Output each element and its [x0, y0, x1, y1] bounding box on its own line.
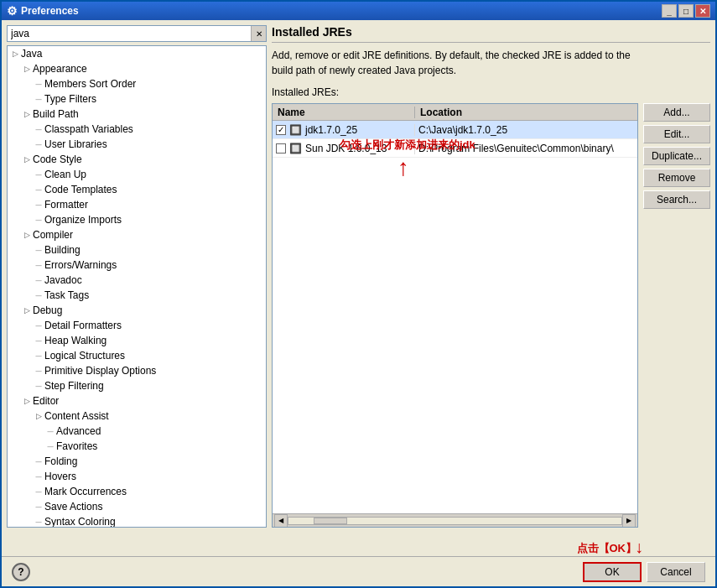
tree-node-label: Classpath Variables — [44, 123, 133, 135]
tree-expander[interactable]: ─ — [44, 440, 56, 452]
tree-expander[interactable]: ▷ — [9, 48, 21, 60]
tree-expander[interactable]: ─ — [33, 365, 44, 377]
tree-expander[interactable]: ─ — [33, 244, 44, 256]
remove-button[interactable]: Remove — [643, 169, 710, 187]
column-name: Name — [273, 107, 415, 118]
tree-expander[interactable]: ─ — [33, 169, 44, 180]
tree-node-formatter[interactable]: ─Formatter — [8, 197, 266, 212]
maximize-button[interactable]: □ — [678, 4, 694, 18]
tree-expander[interactable]: ─ — [33, 123, 44, 135]
jre-checkbox[interactable] — [276, 143, 286, 154]
tree-expander[interactable]: ─ — [33, 184, 44, 195]
edit-button[interactable]: Edit... — [643, 125, 710, 143]
tree-node-java[interactable]: ▷Java — [8, 46, 266, 61]
tree-expander[interactable]: ─ — [33, 455, 44, 467]
tree-node-debug[interactable]: ▷Debug — [8, 303, 266, 318]
close-button[interactable]: ✕ — [695, 4, 710, 18]
horizontal-scrollbar[interactable]: ◀ ▶ — [273, 513, 637, 527]
scroll-thumb[interactable] — [314, 518, 347, 524]
tree-expander[interactable]: ─ — [33, 350, 44, 362]
tree-node-label: Save Actions — [44, 501, 102, 513]
tree-expander[interactable]: ─ — [33, 78, 44, 90]
jre-action-buttons: Add... Edit... Duplicate... Remove Searc… — [643, 103, 710, 528]
tree-node-organize-imports[interactable]: ─Organize Imports — [8, 212, 266, 227]
tree-node-compiler[interactable]: ▷Compiler — [8, 227, 266, 242]
tree-expander[interactable]: ─ — [33, 380, 44, 392]
table-row[interactable]: 🔲 Sun JDK 1.6.0_13 D:\Program Files\Genu… — [273, 139, 637, 158]
tree-node-primitive-display-options[interactable]: ─Primitive Display Options — [8, 363, 266, 378]
ok-button[interactable]: OK — [583, 562, 642, 582]
tree-expander[interactable]: ─ — [33, 289, 44, 301]
tree-expander[interactable]: ─ — [33, 335, 44, 346]
tree-node-label: Debug — [33, 304, 62, 316]
tree-expander[interactable]: ▷ — [21, 108, 33, 120]
bottom-bar: 点击【OK】 ↓ ? OK Cancel — [2, 533, 715, 586]
tree-node-logical-structures[interactable]: ─Logical Structures — [8, 348, 266, 363]
add-button[interactable]: Add... — [643, 103, 710, 122]
tree-expander[interactable]: ─ — [44, 425, 56, 437]
tree-node-label: Folding — [44, 455, 77, 467]
tree-node-favorites[interactable]: ─Favorites — [8, 439, 266, 454]
tree-node-members-sort-order[interactable]: ─Members Sort Order — [8, 76, 266, 91]
tree-expander[interactable]: ─ — [33, 199, 44, 211]
minimize-button[interactable]: _ — [662, 4, 677, 18]
tree-node-advanced[interactable]: ─Advanced — [8, 424, 266, 439]
tree-expander[interactable]: ─ — [33, 516, 44, 528]
search-button[interactable]: Search... — [643, 190, 710, 209]
tree-expander[interactable]: ─ — [33, 274, 44, 286]
scroll-right-button[interactable]: ▶ — [622, 514, 636, 528]
tree-expander[interactable]: ▷ — [21, 229, 33, 241]
tree-node-detail-formatters[interactable]: ─Detail Formatters — [8, 318, 266, 333]
table-body: 🔲 jdk1.7.0_25 C:\Java\jdk1.7.0_25 🔲 — [273, 121, 637, 513]
tree-expander[interactable]: ─ — [33, 501, 44, 513]
tree-node-errors-warnings[interactable]: ─Errors/Warnings — [8, 258, 266, 273]
tree-node-mark-occurrences[interactable]: ─Mark Occurrences — [8, 484, 266, 499]
panel-title: Installed JREs — [272, 25, 710, 43]
tree-node-build-path[interactable]: ▷Build Path — [8, 107, 266, 122]
tree-expander[interactable]: ─ — [33, 486, 44, 497]
tree-expander[interactable]: ▷ — [33, 410, 44, 422]
tree-node-building[interactable]: ─Building — [8, 242, 266, 258]
tree-expander[interactable]: ▷ — [21, 304, 33, 316]
tree-expander[interactable]: ─ — [33, 93, 44, 105]
tree-node-content-assist[interactable]: ▷Content Assist — [8, 408, 266, 424]
row-location-cell: C:\Java\jdk1.7.0_25 — [415, 124, 637, 136]
tree-node-folding[interactable]: ─Folding — [8, 454, 266, 469]
tree-node-classpath-variables[interactable]: ─Classpath Variables — [8, 122, 266, 137]
tree-node-appearance[interactable]: ▷Appearance — [8, 61, 266, 76]
tree-node-editor[interactable]: ▷Editor — [8, 393, 266, 408]
tree-node-clean-up[interactable]: ─Clean Up — [8, 167, 266, 182]
duplicate-button[interactable]: Duplicate... — [643, 147, 710, 165]
tree-node-type-filters[interactable]: ─Type Filters — [8, 91, 266, 107]
tree-expander[interactable]: ▷ — [21, 395, 33, 407]
tree-node-heap-walking[interactable]: ─Heap Walking — [8, 333, 266, 348]
ok-annotation-text: 点击【OK】 — [577, 541, 637, 556]
tree-expander[interactable]: ▷ — [21, 63, 33, 75]
tree-node-javadoc[interactable]: ─Javadoc — [8, 273, 266, 288]
scroll-track[interactable] — [288, 517, 622, 525]
tree-node-hovers[interactable]: ─Hovers — [8, 469, 266, 484]
tree-node-user-libraries[interactable]: ─User Libraries — [8, 137, 266, 152]
tree-node-code-templates[interactable]: ─Code Templates — [8, 182, 266, 197]
bottom-left: ? — [12, 563, 578, 581]
search-clear-button[interactable]: ✕ — [251, 26, 266, 41]
tree-container[interactable]: ▷Java▷Appearance─Members Sort Order─Type… — [7, 45, 267, 528]
tree-expander[interactable]: ▷ — [21, 154, 33, 165]
tree-node-save-actions[interactable]: ─Save Actions — [8, 499, 266, 514]
tree-expander[interactable]: ─ — [33, 138, 44, 150]
help-button[interactable]: ? — [12, 563, 30, 581]
jre-checkbox[interactable] — [276, 125, 286, 135]
tree-node-task-tags[interactable]: ─Task Tags — [8, 288, 266, 303]
scroll-left-button[interactable]: ◀ — [274, 514, 288, 528]
row-name-cell: 🔲 Sun JDK 1.6.0_13 — [273, 143, 415, 154]
tree-node-syntax-coloring[interactable]: ─Syntax Coloring — [8, 514, 266, 528]
tree-expander[interactable]: ─ — [33, 214, 44, 226]
cancel-button[interactable]: Cancel — [647, 562, 705, 582]
table-row[interactable]: 🔲 jdk1.7.0_25 C:\Java\jdk1.7.0_25 — [273, 121, 637, 139]
search-input[interactable] — [8, 26, 251, 41]
tree-node-code-style[interactable]: ▷Code Style — [8, 152, 266, 167]
tree-expander[interactable]: ─ — [33, 471, 44, 482]
tree-expander[interactable]: ─ — [33, 259, 44, 271]
tree-node-step-filtering[interactable]: ─Step Filtering — [8, 378, 266, 393]
tree-expander[interactable]: ─ — [33, 320, 44, 331]
